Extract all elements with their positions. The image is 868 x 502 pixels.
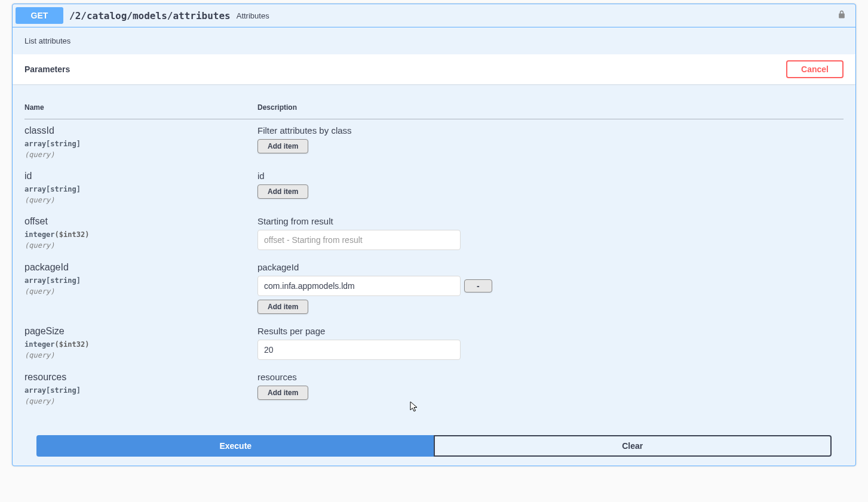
pageSize-input[interactable]	[257, 340, 461, 360]
parameter-description: Filter attributes by class	[257, 125, 844, 135]
operation-description: List attributes	[13, 27, 855, 54]
parameter-type: integer($int32)	[24, 229, 257, 240]
lock-icon[interactable]	[831, 9, 852, 23]
parameter-type: array[string]	[24, 385, 257, 396]
parameters-header: Parameters Cancel	[13, 54, 855, 84]
parameter-type: array[string]	[24, 138, 257, 149]
endpoint-path: /2/catalog/models/attributes	[63, 10, 237, 21]
parameter-row-id: id array[string] (query) id Add item	[24, 165, 844, 210]
operation-block: GET /2/catalog/models/attributes Attribu…	[12, 4, 856, 466]
add-item-button[interactable]: Add item	[257, 300, 308, 314]
parameter-in: (query)	[24, 240, 257, 250]
packageId-input[interactable]	[257, 276, 461, 296]
parameter-description: packageId	[257, 262, 844, 272]
add-item-button[interactable]: Add item	[257, 139, 308, 153]
parameters-container: Name Description classId array[string] (…	[13, 84, 855, 423]
parameter-in: (query)	[24, 149, 257, 159]
operation-summary[interactable]: GET /2/catalog/models/attributes Attribu…	[13, 4, 855, 27]
parameter-name: pageSize	[24, 326, 257, 337]
parameter-type: array[string]	[24, 184, 257, 195]
action-buttons: Execute Clear	[13, 423, 855, 466]
parameter-row-classId: classId array[string] (query) Filter att…	[24, 119, 844, 165]
parameter-type: array[string]	[24, 275, 257, 286]
parameter-description: Starting from result	[257, 216, 844, 226]
parameter-row-packageId: packageId array[string] (query) packageI…	[24, 256, 844, 320]
method-badge: GET	[16, 7, 63, 24]
array-item-row: -	[257, 276, 844, 296]
parameter-name: classId	[24, 125, 257, 136]
column-header-name: Name	[24, 96, 257, 119]
parameter-name: offset	[24, 216, 257, 227]
clear-button[interactable]: Clear	[434, 435, 832, 457]
execute-button[interactable]: Execute	[36, 435, 434, 457]
parameter-name: resources	[24, 372, 257, 383]
remove-item-button[interactable]: -	[464, 279, 492, 292]
parameter-description: Results per page	[257, 326, 844, 336]
parameters-title: Parameters	[24, 64, 70, 74]
endpoint-description: Attributes	[237, 11, 831, 20]
column-header-description: Description	[257, 96, 844, 119]
parameter-in: (query)	[24, 286, 257, 295]
cancel-button[interactable]: Cancel	[786, 60, 844, 78]
parameter-row-pageSize: pageSize integer($int32) (query) Results…	[24, 320, 844, 366]
parameter-description: resources	[257, 372, 844, 382]
parameter-name: packageId	[24, 262, 257, 273]
parameter-in: (query)	[24, 396, 257, 405]
add-item-button[interactable]: Add item	[257, 184, 308, 199]
parameter-in: (query)	[24, 195, 257, 204]
parameter-type: integer($int32)	[24, 339, 257, 350]
offset-input[interactable]	[257, 230, 461, 250]
parameters-table: Name Description classId array[string] (…	[24, 96, 844, 411]
parameter-name: id	[24, 171, 257, 181]
parameter-description: id	[257, 171, 844, 181]
parameter-row-offset: offset integer($int32) (query) Starting …	[24, 210, 844, 256]
parameter-in: (query)	[24, 350, 257, 359]
parameter-row-resources: resources array[string] (query) resource…	[24, 366, 844, 411]
add-item-button[interactable]: Add item	[257, 386, 308, 400]
